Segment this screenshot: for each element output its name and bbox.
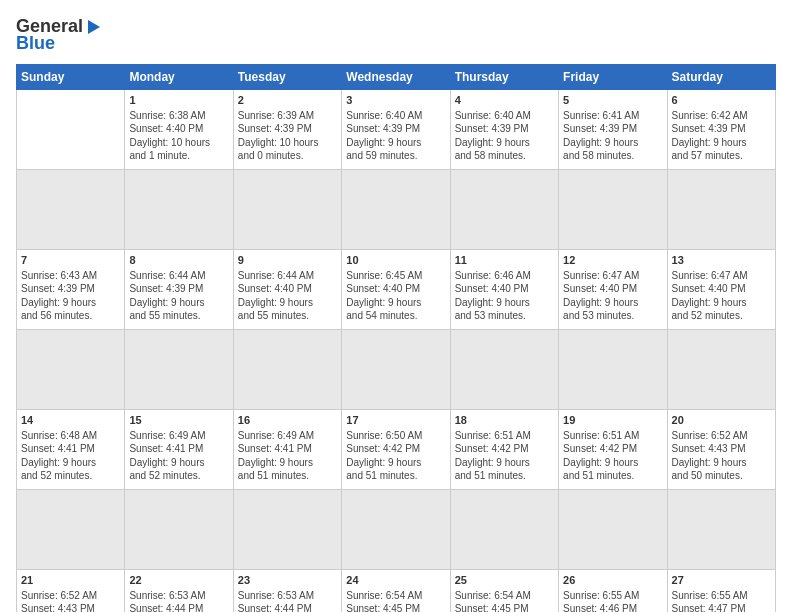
day-cell: 24Sunrise: 6:54 AMSunset: 4:45 PMDayligh… <box>342 570 450 613</box>
logo-blue-text: Blue <box>16 33 55 54</box>
day-info: Sunrise: 6:49 AMSunset: 4:41 PMDaylight:… <box>129 430 205 482</box>
day-cell: 18Sunrise: 6:51 AMSunset: 4:42 PMDayligh… <box>450 410 558 490</box>
divider-cell <box>125 330 233 410</box>
day-cell: 11Sunrise: 6:46 AMSunset: 4:40 PMDayligh… <box>450 250 558 330</box>
day-cell: 7Sunrise: 6:43 AMSunset: 4:39 PMDaylight… <box>17 250 125 330</box>
header: General Blue <box>16 16 776 54</box>
day-cell: 27Sunrise: 6:55 AMSunset: 4:47 PMDayligh… <box>667 570 775 613</box>
divider-cell <box>667 490 775 570</box>
day-number: 4 <box>455 93 554 108</box>
day-number: 9 <box>238 253 337 268</box>
day-cell: 20Sunrise: 6:52 AMSunset: 4:43 PMDayligh… <box>667 410 775 490</box>
day-cell: 12Sunrise: 6:47 AMSunset: 4:40 PMDayligh… <box>559 250 667 330</box>
day-info: Sunrise: 6:42 AMSunset: 4:39 PMDaylight:… <box>672 110 748 162</box>
weekday-header-wednesday: Wednesday <box>342 65 450 90</box>
day-cell: 25Sunrise: 6:54 AMSunset: 4:45 PMDayligh… <box>450 570 558 613</box>
day-info: Sunrise: 6:45 AMSunset: 4:40 PMDaylight:… <box>346 270 422 322</box>
divider-cell <box>559 330 667 410</box>
day-cell: 8Sunrise: 6:44 AMSunset: 4:39 PMDaylight… <box>125 250 233 330</box>
day-info: Sunrise: 6:44 AMSunset: 4:39 PMDaylight:… <box>129 270 205 322</box>
day-cell: 3Sunrise: 6:40 AMSunset: 4:39 PMDaylight… <box>342 90 450 170</box>
weekday-header-sunday: Sunday <box>17 65 125 90</box>
divider-cell <box>17 170 125 250</box>
day-number: 27 <box>672 573 771 588</box>
weekday-header-saturday: Saturday <box>667 65 775 90</box>
day-info: Sunrise: 6:40 AMSunset: 4:39 PMDaylight:… <box>346 110 422 162</box>
divider-cell <box>450 170 558 250</box>
weekday-header-row: SundayMondayTuesdayWednesdayThursdayFrid… <box>17 65 776 90</box>
week-divider <box>17 170 776 250</box>
divider-cell <box>17 330 125 410</box>
day-number: 14 <box>21 413 120 428</box>
day-info: Sunrise: 6:47 AMSunset: 4:40 PMDaylight:… <box>563 270 639 322</box>
day-cell: 15Sunrise: 6:49 AMSunset: 4:41 PMDayligh… <box>125 410 233 490</box>
day-number: 19 <box>563 413 662 428</box>
page: General Blue SundayMondayTuesdayWednesda… <box>0 0 792 612</box>
day-number: 3 <box>346 93 445 108</box>
day-number: 2 <box>238 93 337 108</box>
week-divider <box>17 330 776 410</box>
day-cell: 22Sunrise: 6:53 AMSunset: 4:44 PMDayligh… <box>125 570 233 613</box>
divider-cell <box>233 490 341 570</box>
divider-cell <box>667 330 775 410</box>
day-cell: 4Sunrise: 6:40 AMSunset: 4:39 PMDaylight… <box>450 90 558 170</box>
day-info: Sunrise: 6:54 AMSunset: 4:45 PMDaylight:… <box>346 590 422 612</box>
day-number: 17 <box>346 413 445 428</box>
weekday-header-friday: Friday <box>559 65 667 90</box>
day-cell <box>17 90 125 170</box>
day-info: Sunrise: 6:46 AMSunset: 4:40 PMDaylight:… <box>455 270 531 322</box>
day-number: 16 <box>238 413 337 428</box>
day-cell: 17Sunrise: 6:50 AMSunset: 4:42 PMDayligh… <box>342 410 450 490</box>
weekday-header-monday: Monday <box>125 65 233 90</box>
day-info: Sunrise: 6:43 AMSunset: 4:39 PMDaylight:… <box>21 270 97 322</box>
day-cell: 5Sunrise: 6:41 AMSunset: 4:39 PMDaylight… <box>559 90 667 170</box>
svg-marker-0 <box>88 20 100 34</box>
weekday-header-thursday: Thursday <box>450 65 558 90</box>
divider-cell <box>342 170 450 250</box>
divider-cell <box>450 330 558 410</box>
divider-cell <box>342 330 450 410</box>
day-info: Sunrise: 6:55 AMSunset: 4:47 PMDaylight:… <box>672 590 748 612</box>
day-cell: 13Sunrise: 6:47 AMSunset: 4:40 PMDayligh… <box>667 250 775 330</box>
divider-cell <box>559 490 667 570</box>
divider-cell <box>233 330 341 410</box>
day-info: Sunrise: 6:44 AMSunset: 4:40 PMDaylight:… <box>238 270 314 322</box>
divider-cell <box>125 490 233 570</box>
day-number: 22 <box>129 573 228 588</box>
day-number: 10 <box>346 253 445 268</box>
day-info: Sunrise: 6:47 AMSunset: 4:40 PMDaylight:… <box>672 270 748 322</box>
day-cell: 19Sunrise: 6:51 AMSunset: 4:42 PMDayligh… <box>559 410 667 490</box>
day-cell: 23Sunrise: 6:53 AMSunset: 4:44 PMDayligh… <box>233 570 341 613</box>
divider-cell <box>450 490 558 570</box>
day-info: Sunrise: 6:51 AMSunset: 4:42 PMDaylight:… <box>455 430 531 482</box>
week-row-2: 14Sunrise: 6:48 AMSunset: 4:41 PMDayligh… <box>17 410 776 490</box>
day-number: 18 <box>455 413 554 428</box>
divider-cell <box>233 170 341 250</box>
weekday-header-tuesday: Tuesday <box>233 65 341 90</box>
day-number: 8 <box>129 253 228 268</box>
day-number: 26 <box>563 573 662 588</box>
day-number: 15 <box>129 413 228 428</box>
calendar-table: SundayMondayTuesdayWednesdayThursdayFrid… <box>16 64 776 612</box>
day-number: 20 <box>672 413 771 428</box>
day-info: Sunrise: 6:53 AMSunset: 4:44 PMDaylight:… <box>129 590 205 612</box>
week-row-1: 7Sunrise: 6:43 AMSunset: 4:39 PMDaylight… <box>17 250 776 330</box>
day-info: Sunrise: 6:50 AMSunset: 4:42 PMDaylight:… <box>346 430 422 482</box>
day-cell: 21Sunrise: 6:52 AMSunset: 4:43 PMDayligh… <box>17 570 125 613</box>
divider-cell <box>559 170 667 250</box>
day-cell: 1Sunrise: 6:38 AMSunset: 4:40 PMDaylight… <box>125 90 233 170</box>
day-info: Sunrise: 6:48 AMSunset: 4:41 PMDaylight:… <box>21 430 97 482</box>
day-info: Sunrise: 6:53 AMSunset: 4:44 PMDaylight:… <box>238 590 314 612</box>
day-info: Sunrise: 6:39 AMSunset: 4:39 PMDaylight:… <box>238 110 319 162</box>
day-info: Sunrise: 6:51 AMSunset: 4:42 PMDaylight:… <box>563 430 639 482</box>
day-info: Sunrise: 6:41 AMSunset: 4:39 PMDaylight:… <box>563 110 639 162</box>
day-info: Sunrise: 6:52 AMSunset: 4:43 PMDaylight:… <box>672 430 748 482</box>
week-row-3: 21Sunrise: 6:52 AMSunset: 4:43 PMDayligh… <box>17 570 776 613</box>
day-number: 12 <box>563 253 662 268</box>
day-number: 23 <box>238 573 337 588</box>
day-number: 11 <box>455 253 554 268</box>
day-cell: 16Sunrise: 6:49 AMSunset: 4:41 PMDayligh… <box>233 410 341 490</box>
day-info: Sunrise: 6:49 AMSunset: 4:41 PMDaylight:… <box>238 430 314 482</box>
day-info: Sunrise: 6:38 AMSunset: 4:40 PMDaylight:… <box>129 110 210 162</box>
logo: General Blue <box>16 16 102 54</box>
